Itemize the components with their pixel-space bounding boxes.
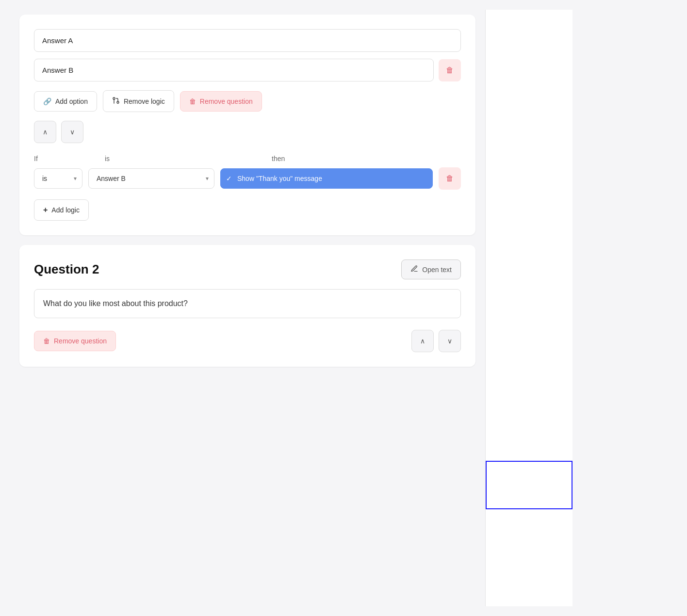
preview-panel (486, 461, 572, 509)
q2-header: Question 2 Open text (34, 259, 461, 279)
q2-move-up-button[interactable]: ∧ (411, 330, 434, 352)
answer-select[interactable]: Answer A Answer B (88, 168, 214, 189)
logic-row: is is not ▾ Answer A Answer B ▾ (34, 167, 461, 190)
if-label: If (34, 155, 97, 162)
logic-labels: If is then (34, 155, 461, 162)
condition-select[interactable]: is is not (34, 168, 82, 189)
answer-a-row (34, 29, 461, 52)
remove-question-button[interactable]: 🗑 Remove question (180, 91, 262, 112)
q2-actions-row: 🗑 Remove question ∧ ∨ (34, 330, 461, 352)
answer-b-input[interactable] (34, 59, 434, 81)
then-label: then (272, 155, 461, 162)
trash-icon-q2: 🗑 (43, 337, 50, 345)
q2-move-down-button[interactable]: ∨ (439, 330, 461, 352)
q1-move-row: ∧ ∨ (34, 121, 461, 143)
then-select[interactable]: Show "Thank you" message Go to next ques… (220, 168, 433, 189)
chevron-up-icon-q2: ∧ (420, 337, 425, 345)
answer-b-row: 🗑 (34, 59, 461, 81)
then-select-wrapper: ✓ Show "Thank you" message Go to next qu… (220, 168, 433, 189)
remove-question-2-label: Remove question (54, 337, 107, 345)
remove-question-label: Remove question (200, 97, 253, 105)
delete-answer-b-button[interactable]: 🗑 (439, 59, 461, 81)
question-2-input[interactable] (34, 289, 461, 318)
pen-icon (410, 265, 418, 274)
logic-icon (112, 97, 120, 106)
plus-icon: + (43, 206, 48, 214)
chain-icon: 🔗 (43, 97, 51, 105)
add-logic-button[interactable]: + Add logic (34, 199, 89, 221)
trash-icon-logic: 🗑 (446, 174, 454, 183)
delete-logic-button[interactable]: 🗑 (439, 167, 461, 190)
q1-actions-row: 🔗 Add option Remove logic (34, 90, 461, 112)
remove-logic-button[interactable]: Remove logic (103, 90, 174, 112)
move-down-button[interactable]: ∨ (61, 121, 83, 143)
logic-section: If is then is is not ▾ (34, 155, 461, 221)
add-option-button[interactable]: 🔗 Add option (34, 91, 97, 112)
question-2-card: Question 2 Open text 🗑 Remove question (19, 245, 475, 367)
is-label: is (97, 155, 272, 162)
remove-question-2-button[interactable]: 🗑 Remove question (34, 331, 116, 351)
answer-select-wrapper: Answer A Answer B ▾ (88, 168, 214, 189)
question-2-title: Question 2 (34, 262, 99, 277)
remove-logic-label: Remove logic (124, 97, 165, 105)
add-option-label: Add option (55, 97, 88, 105)
move-up-button[interactable]: ∧ (34, 121, 56, 143)
trash-icon: 🗑 (446, 66, 454, 75)
open-text-button[interactable]: Open text (401, 259, 461, 279)
chevron-down-icon-q2: ∨ (447, 337, 452, 345)
right-panel (485, 10, 572, 606)
add-logic-label: Add logic (51, 206, 80, 214)
trash-icon-q1: 🗑 (189, 97, 196, 105)
open-text-label: Open text (422, 266, 452, 274)
chevron-up-icon: ∧ (43, 128, 48, 136)
answer-a-input[interactable] (34, 29, 461, 52)
q2-move-row: ∧ ∨ (411, 330, 461, 352)
chevron-down-icon: ∨ (70, 128, 75, 136)
question-1-card: 🗑 🔗 Add option (19, 15, 475, 235)
condition-select-wrapper: is is not ▾ (34, 168, 82, 189)
